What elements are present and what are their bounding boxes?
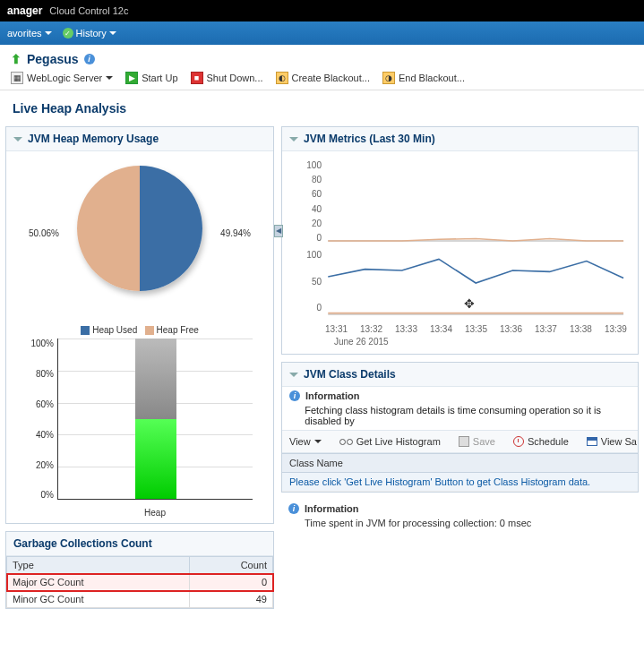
metrics-panel-body: 100806040200 100500 13:3113:3213:3313:34… (282, 151, 638, 354)
view-label: View (289, 436, 311, 447)
metrics-line-chart: 100806040200 100500 13:3113:3213:3313:34… (289, 157, 631, 336)
heap-pie-chart: 50.06% 49.94% (23, 166, 256, 318)
metrics-xaxis: 13:3113:3213:3313:3413:3513:3613:3713:38… (325, 324, 627, 334)
table-icon (587, 437, 597, 446)
heap-panel-title: JVM Heap Memory Usage (28, 133, 159, 145)
gc-count-panel: Garbage Collections Count Type Count Maj… (5, 531, 274, 609)
class-toolbar: View Get Live Histogram Save Schedule (282, 430, 638, 453)
play-icon: ▶ (125, 72, 138, 84)
table-row[interactable]: Major GC Count0 (7, 574, 273, 591)
start-up-button[interactable]: ▶ Start Up (125, 72, 177, 84)
bar-plot (57, 339, 253, 500)
pie-label-free: 50.06% (29, 228, 59, 238)
history-menu[interactable]: ✓ History (63, 28, 116, 39)
bottom-info-text: Time spent in JVM for processing collect… (305, 518, 531, 528)
swatch-used-icon (81, 326, 90, 335)
gc-table: Type Count Major GC Count0Minor GC Count… (6, 556, 273, 608)
gc-type-cell: Major GC Count (7, 574, 190, 591)
content-area: JVM Heap Memory Usage 50.06% 49.94% Heap… (0, 126, 644, 625)
bar-segment-free (135, 339, 176, 419)
bar-column (135, 339, 176, 499)
target-name-row: ⬆ Pegasus i (11, 52, 633, 66)
get-live-histogram-button[interactable]: Get Live Histogram (339, 436, 441, 447)
gc-col-count[interactable]: Count (189, 557, 272, 574)
collapse-icon (13, 137, 22, 141)
stop-icon: ■ (191, 72, 203, 84)
blackout-end-icon: ◑ (382, 72, 395, 84)
favorites-label: avorites (7, 28, 42, 39)
create-blackout-label: Create Blackout... (292, 73, 370, 83)
gc-panel-header[interactable]: Garbage Collections Count (6, 532, 273, 556)
bottom-info-label: Information (305, 503, 359, 514)
end-blackout-button[interactable]: ◑ End Blackout... (382, 72, 465, 84)
ylabels-bottom: 100500 (295, 250, 322, 313)
blackout-create-icon: ◐ (276, 72, 288, 84)
save-label: Save (473, 436, 495, 447)
history-label: History (76, 28, 107, 39)
xtick: 13:38 (570, 324, 592, 334)
gc-panel-title: Garbage Collections Count (13, 537, 152, 550)
check-circle-icon: ✓ (63, 28, 73, 39)
ylabel: 40% (23, 430, 54, 440)
bar-xlabel: Heap (57, 508, 253, 518)
jvm-class-details-panel: JVM Class Details i Information Fetching… (281, 362, 639, 493)
xtick: 13:34 (430, 324, 452, 334)
shut-down-button[interactable]: ■ Shut Down... (191, 72, 263, 84)
weblogic-server-label: WebLogic Server (27, 73, 102, 83)
info-icon[interactable]: i (84, 54, 95, 64)
metrics-panel-header[interactable]: JVM Metrics (Last 30 Min) (282, 127, 638, 151)
swatch-free-icon (145, 326, 154, 335)
caret-down-icon (109, 31, 116, 35)
target-name: Pegasus (27, 52, 79, 66)
table-row[interactable]: Minor GC Count49 (7, 591, 273, 608)
info-icon: i (288, 503, 299, 514)
pie-legend: Heap Used Heap Free (13, 325, 266, 335)
legend-free: Heap Free (157, 325, 199, 335)
class-grid-placeholder: Please click 'Get Live Histogram' Button… (282, 473, 638, 492)
xtick: 13:39 (605, 324, 627, 334)
favorites-menu[interactable]: avorites (7, 28, 52, 39)
gc-table-header-row: Type Count (7, 557, 273, 574)
info-icon: i (289, 390, 300, 401)
heap-panel-header[interactable]: JVM Heap Memory Usage (6, 127, 273, 151)
server-icon: ▦ (11, 72, 23, 84)
ylabel: 100% (23, 339, 54, 348)
legend-used: Heap Used (92, 325, 137, 335)
create-blackout-button[interactable]: ◐ Create Blackout... (276, 72, 370, 84)
save-icon (459, 436, 469, 447)
caret-down-icon (314, 440, 322, 443)
schedule-button[interactable]: Schedule (513, 436, 569, 447)
info-label: Information (305, 390, 360, 401)
view-saved-button[interactable]: View Sa (587, 436, 637, 447)
caret-down-icon (106, 76, 113, 80)
heap-usage-panel: JVM Heap Memory Usage 50.06% 49.94% Heap… (5, 126, 274, 524)
pie-label-used: 49.94% (220, 228, 251, 238)
ylabel: 60% (23, 399, 54, 409)
save-button[interactable]: Save (459, 436, 495, 447)
xtick: 13:33 (395, 324, 417, 334)
left-column: JVM Heap Memory Usage 50.06% 49.94% Heap… (5, 126, 274, 616)
class-panel-title: JVM Class Details (304, 368, 396, 381)
view-menu[interactable]: View (289, 436, 322, 447)
schedule-label: Schedule (528, 436, 569, 447)
gc-col-type[interactable]: Type (7, 557, 190, 574)
bottom-info-text-row: Time spent in JVM for processing collect… (281, 518, 639, 532)
view-saved-label: View Sa (601, 436, 637, 447)
xtick: 13:31 (325, 324, 348, 334)
class-grid-header[interactable]: Class Name (282, 453, 638, 473)
bar-ylabels: 100% 80% 60% 40% 20% 0% (23, 339, 54, 500)
xtick: 13:36 (500, 324, 522, 334)
gc-count-cell: 0 (189, 574, 272, 591)
target-header: ⬆ Pegasus i ▦ WebLogic Server ▶ Start Up… (0, 45, 644, 90)
bar-segment-used (135, 419, 176, 500)
end-blackout-label: End Blackout... (399, 73, 465, 83)
caret-down-icon (45, 31, 52, 35)
weblogic-server-menu[interactable]: ▦ WebLogic Server (11, 72, 113, 84)
class-info-text: Fetching class histogram details is time… (305, 405, 631, 426)
metrics-panel-title: JVM Metrics (Last 30 Min) (304, 133, 435, 145)
class-panel-header[interactable]: JVM Class Details (282, 363, 638, 387)
app-title: anager (7, 4, 42, 17)
bottom-info-row: i Information (281, 500, 639, 518)
jvm-metrics-panel: JVM Metrics (Last 30 Min) 100806040200 1… (281, 126, 639, 355)
right-column: ◀ JVM Metrics (Last 30 Min) 100806040200… (281, 126, 639, 616)
